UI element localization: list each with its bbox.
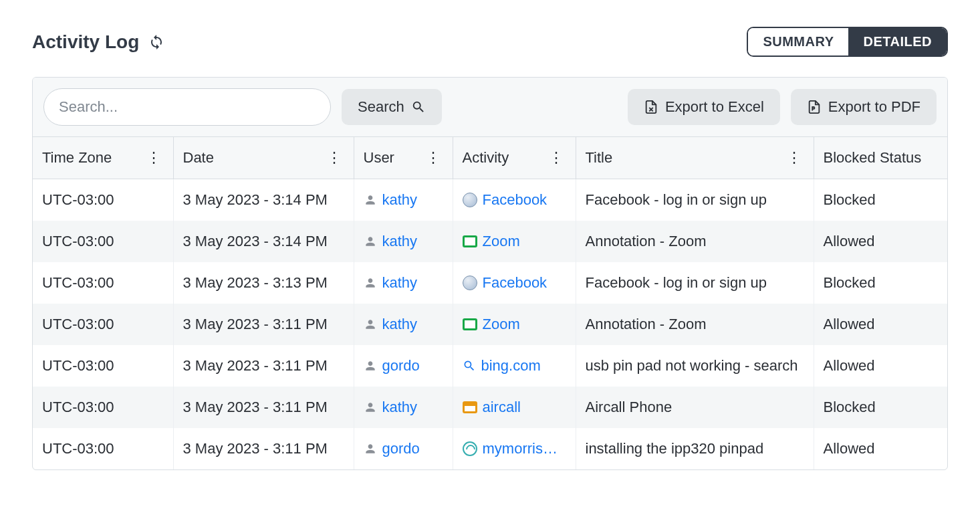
cell-date: 3 May 2023 - 3:11 PM [173,428,354,469]
activity-link[interactable]: Zoom [483,233,520,250]
user-link[interactable]: gordo [382,357,420,375]
search-icon [463,359,476,373]
cell-title: installing the ipp320 pinpad [576,428,814,469]
pdf-icon [807,100,822,114]
table-row: UTC-03:003 May 2023 - 3:13 PMkathyFacebo… [33,262,947,304]
cell-timezone: UTC-03:00 [33,262,173,304]
user-icon [364,193,377,207]
export-pdf-label: Export to PDF [828,98,921,116]
app-icon [463,401,477,413]
cell-activity: Facebook [453,179,576,221]
table-row: UTC-03:003 May 2023 - 3:11 PMgordomymorr… [33,428,947,469]
user-link[interactable]: kathy [382,233,418,250]
user-icon [364,276,377,290]
cell-user: kathy [354,221,453,262]
cell-status: Blocked [814,262,947,304]
cell-timezone: UTC-03:00 [33,387,173,428]
search-icon [411,100,426,114]
refresh-icon[interactable] [148,34,164,50]
activity-link[interactable]: Facebook [483,191,547,209]
activity-link[interactable]: Zoom [483,316,520,333]
cell-user: gordo [354,428,453,469]
export-excel-label: Export to Excel [665,98,764,116]
cell-title: Annotation - Zoom [576,304,814,345]
search-button-label: Search [358,98,404,116]
col-menu-icon[interactable]: ⋮ [324,149,344,167]
cell-user: kathy [354,304,453,345]
cell-title: Facebook - log in or sign up [576,262,814,304]
export-excel-button[interactable]: Export to Excel [628,89,780,125]
cell-date: 3 May 2023 - 3:13 PM [173,262,354,304]
user-icon [364,442,377,455]
col-menu-icon[interactable]: ⋮ [423,149,443,167]
activity-link[interactable]: aircall [483,399,521,416]
cell-date: 3 May 2023 - 3:14 PM [173,221,354,262]
cell-user: kathy [354,179,453,221]
table-row: UTC-03:003 May 2023 - 3:11 PMkathyZoomAn… [33,304,947,345]
detailed-tab[interactable]: DETAILED [848,28,947,56]
cell-timezone: UTC-03:00 [33,221,173,262]
user-icon [364,359,377,373]
cell-date: 3 May 2023 - 3:11 PM [173,345,354,387]
cell-status: Allowed [814,428,947,469]
activity-link[interactable]: Facebook [483,274,547,292]
cell-activity: aircall [453,387,576,428]
cell-user: kathy [354,262,453,304]
activity-panel: Search Export to Excel Export to PDF Tim… [32,77,948,470]
col-header-activity[interactable]: Activity⋮ [453,137,576,179]
activity-table: Time Zone⋮ Date⋮ User⋮ Activity⋮ Title⋮ … [33,136,947,469]
cell-activity: Zoom [453,221,576,262]
swirl-icon [463,441,477,456]
app-icon [463,318,477,330]
cell-timezone: UTC-03:00 [33,345,173,387]
col-header-date[interactable]: Date⋮ [173,137,354,179]
cell-timezone: UTC-03:00 [33,428,173,469]
search-button[interactable]: Search [342,89,442,125]
col-menu-icon[interactable]: ⋮ [144,149,164,167]
table-header-row: Time Zone⋮ Date⋮ User⋮ Activity⋮ Title⋮ … [33,137,947,179]
cell-date: 3 May 2023 - 3:11 PM [173,387,354,428]
globe-icon [463,193,477,207]
table-row: UTC-03:003 May 2023 - 3:14 PMkathyFacebo… [33,179,947,221]
table-row: UTC-03:003 May 2023 - 3:11 PMgordobing.c… [33,345,947,387]
table-row: UTC-03:003 May 2023 - 3:14 PMkathyZoomAn… [33,221,947,262]
col-menu-icon[interactable]: ⋮ [784,149,804,167]
activity-link[interactable]: mymorris… [483,440,558,457]
cell-status: Allowed [814,304,947,345]
cell-activity: Facebook [453,262,576,304]
col-header-timezone[interactable]: Time Zone⋮ [33,137,173,179]
cell-user: kathy [354,387,453,428]
col-menu-icon[interactable]: ⋮ [546,149,566,167]
cell-date: 3 May 2023 - 3:11 PM [173,304,354,345]
search-input[interactable] [43,88,331,126]
cell-date: 3 May 2023 - 3:14 PM [173,179,354,221]
cell-timezone: UTC-03:00 [33,179,173,221]
cell-status: Allowed [814,345,947,387]
user-link[interactable]: gordo [382,440,420,457]
user-link[interactable]: kathy [382,399,418,416]
col-header-status[interactable]: Blocked Status [814,137,947,179]
cell-title: Facebook - log in or sign up [576,179,814,221]
user-link[interactable]: kathy [382,191,418,209]
export-pdf-button[interactable]: Export to PDF [791,89,937,125]
user-link[interactable]: kathy [382,316,418,333]
excel-icon [644,100,658,114]
activity-link[interactable]: bing.com [481,357,541,375]
cell-status: Allowed [814,221,947,262]
cell-status: Blocked [814,179,947,221]
user-icon [364,401,377,414]
col-header-user[interactable]: User⋮ [354,137,453,179]
cell-title: Aircall Phone [576,387,814,428]
summary-tab[interactable]: SUMMARY [748,28,848,56]
user-icon [364,318,377,331]
app-icon [463,235,477,247]
title-group: Activity Log [32,31,164,53]
user-link[interactable]: kathy [382,274,418,292]
cell-timezone: UTC-03:00 [33,304,173,345]
page-header: Activity Log SUMMARY DETAILED [32,27,948,57]
cell-activity: bing.com [453,345,576,387]
cell-user: gordo [354,345,453,387]
col-header-title[interactable]: Title⋮ [576,137,814,179]
user-icon [364,235,377,248]
cell-title: usb pin pad not working - search [576,345,814,387]
